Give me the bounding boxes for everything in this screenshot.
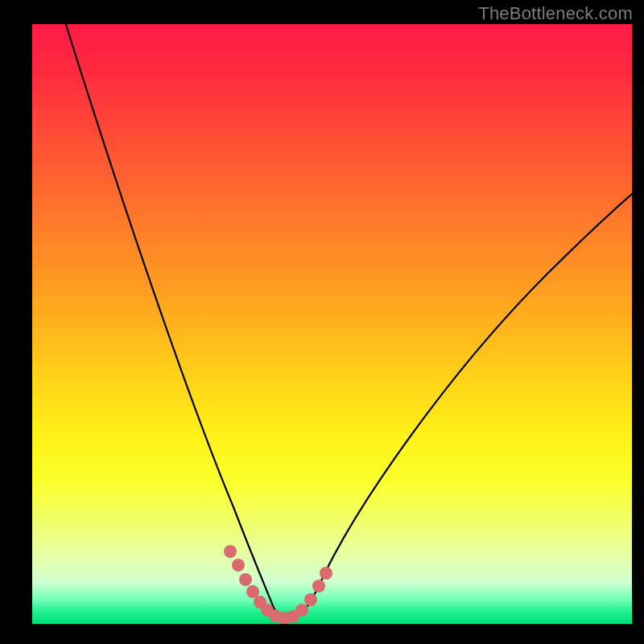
svg-point-0 (224, 545, 237, 558)
chart-frame: TheBottleneck.com (0, 0, 644, 644)
curve-layer (32, 24, 632, 624)
highlight-dots (224, 545, 332, 624)
bottleneck-curve (62, 24, 632, 620)
svg-point-12 (320, 567, 332, 580)
svg-point-3 (246, 585, 259, 598)
svg-point-2 (239, 573, 252, 586)
svg-point-11 (312, 580, 325, 592)
svg-point-10 (304, 593, 317, 606)
plot-area (32, 24, 632, 624)
watermark-text: TheBottleneck.com (478, 3, 633, 24)
svg-point-9 (295, 604, 308, 617)
svg-point-1 (232, 559, 245, 572)
